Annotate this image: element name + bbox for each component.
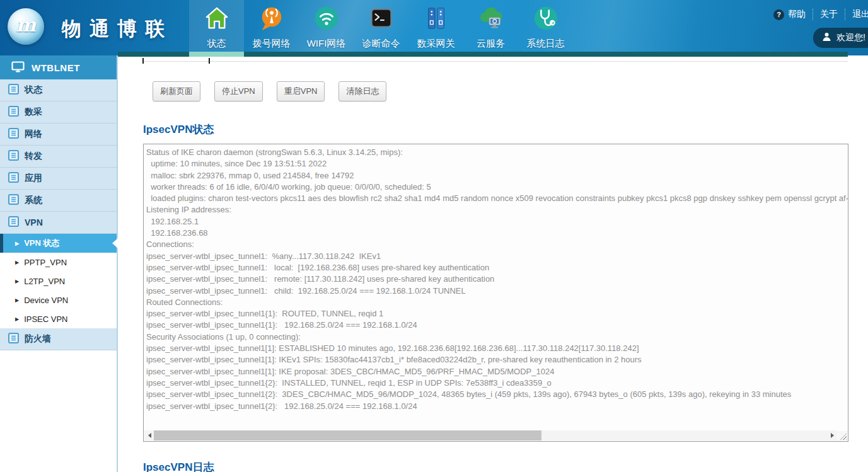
caret-right-icon: ▶ bbox=[15, 316, 19, 322]
sidebar-item-vpn[interactable]: VPN bbox=[0, 212, 117, 234]
nav-item-dialup[interactable]: 拨号网络 bbox=[244, 0, 299, 55]
server-icon bbox=[422, 4, 451, 33]
sidebar-subitem-pptp-vpn[interactable]: ▶ PPTP_VPN bbox=[0, 253, 117, 272]
question-icon: ? bbox=[773, 9, 784, 20]
brand-logo: m bbox=[8, 8, 44, 45]
sidebar-subitem-label: VPN 状态 bbox=[24, 238, 59, 249]
list-icon bbox=[8, 333, 19, 345]
brand-logo-m-icon: m bbox=[16, 14, 36, 40]
sidebar: WTBLNET 状态 数采 网络 转发 应用 系统 VPN ▶ VPN 状态 ▶… bbox=[0, 55, 118, 472]
list-icon bbox=[8, 172, 19, 185]
sidebar-device-header: WTBLNET bbox=[0, 55, 117, 79]
sidebar-item-data-acq[interactable]: 数采 bbox=[0, 101, 117, 124]
brand-title: 物通博联 bbox=[62, 16, 173, 42]
restart-vpn-button[interactable]: 重启VPN bbox=[277, 81, 325, 101]
sidebar-subitem-label: IPSEC VPN bbox=[24, 314, 67, 324]
sidebar-item-application[interactable]: 应用 bbox=[0, 168, 117, 190]
list-icon bbox=[8, 216, 19, 229]
sidebar-subitem-label: Device VPN bbox=[24, 296, 68, 305]
horizontal-scrollbar[interactable] bbox=[144, 430, 837, 440]
wifi-icon bbox=[312, 4, 341, 33]
help-link[interactable]: ? 帮助 bbox=[767, 9, 813, 20]
ipsec-vpn-log-heading: IpsecVPN日志 bbox=[143, 460, 214, 472]
top-nav: 状态 拨号网络 bbox=[189, 0, 573, 55]
help-link-label: 帮助 bbox=[788, 9, 806, 20]
ipsec-status-log-text: Status of IKE charon daemon (strongSwan … bbox=[146, 147, 848, 412]
sidebar-item-label: 数采 bbox=[25, 106, 42, 118]
header: m 物通博联 状态 拨号网络 bbox=[0, 0, 868, 55]
logout-link[interactable]: 退出 bbox=[845, 9, 868, 20]
scrollbar-thumb[interactable] bbox=[154, 430, 541, 440]
caret-right-icon: ▶ bbox=[15, 297, 19, 303]
textarea-resize-handle[interactable] bbox=[838, 431, 847, 440]
caret-right-icon: ▶ bbox=[15, 260, 19, 265]
ipsec-vpn-status-heading: IpsecVPN状态 bbox=[143, 122, 214, 137]
stop-vpn-button[interactable]: 停止VPN bbox=[214, 81, 263, 101]
sidebar-subitem-label: PPTP_VPN bbox=[24, 258, 67, 267]
tab-rule-tick bbox=[142, 58, 144, 64]
sidebar-item-forward[interactable]: 转发 bbox=[0, 146, 117, 168]
sidebar-item-firewall[interactable]: 防火墙 bbox=[0, 328, 117, 350]
nav-item-wifi[interactable]: WIFI网络 bbox=[299, 0, 354, 55]
caret-right-icon: ▶ bbox=[15, 241, 19, 246]
dialup-icon bbox=[257, 4, 286, 33]
header-links: ? 帮助 关于 退出 bbox=[767, 9, 868, 20]
list-icon bbox=[8, 194, 19, 207]
sidebar-item-label: VPN bbox=[25, 217, 43, 227]
refresh-page-button[interactable]: 刷新页面 bbox=[153, 81, 200, 101]
sidebar-subitem-device-vpn[interactable]: ▶ Device VPN bbox=[0, 291, 117, 309]
sidebar-subitem-vpn-status[interactable]: ▶ VPN 状态 bbox=[0, 234, 117, 253]
stethoscope-icon bbox=[531, 4, 560, 33]
list-icon bbox=[8, 106, 19, 118]
list-icon bbox=[8, 150, 19, 163]
sidebar-item-label: 转发 bbox=[25, 151, 42, 162]
main-content: 刷新页面 停止VPN 重启VPN 清除日志 IpsecVPN状态 Status … bbox=[119, 55, 868, 472]
sidebar-item-label: 系统 bbox=[25, 195, 42, 206]
scroll-left-arrow-icon[interactable] bbox=[144, 430, 154, 440]
welcome-text: 欢迎您! bbox=[836, 32, 865, 43]
sidebar-item-label: 应用 bbox=[25, 173, 42, 184]
terminal-icon bbox=[367, 4, 396, 33]
list-icon bbox=[8, 84, 19, 96]
action-button-row: 刷新页面 停止VPN 重启VPN 清除日志 bbox=[153, 81, 386, 101]
nav-item-gateway[interactable]: 数采网关 bbox=[408, 0, 463, 55]
home-icon bbox=[202, 4, 231, 33]
sidebar-item-label: 网络 bbox=[25, 129, 42, 140]
nav-item-cloud[interactable]: 云服务 bbox=[463, 0, 518, 55]
nav-item-syslog[interactable]: 系统日志 bbox=[518, 0, 573, 55]
about-link[interactable]: 关于 bbox=[813, 9, 845, 20]
cloud-icon bbox=[477, 4, 506, 33]
header-bottom-strip bbox=[118, 52, 848, 57]
sidebar-item-system[interactable]: 系统 bbox=[0, 190, 117, 212]
welcome-badge: 欢迎您! bbox=[813, 28, 868, 48]
tab-rule-tick bbox=[209, 58, 210, 64]
sidebar-item-network[interactable]: 网络 bbox=[0, 124, 117, 146]
scroll-right-arrow-icon[interactable] bbox=[827, 430, 837, 440]
sidebar-item-label: 状态 bbox=[25, 84, 42, 96]
tab-rule-line bbox=[142, 61, 848, 62]
nav-item-status[interactable]: 状态 bbox=[189, 0, 244, 55]
ipsec-status-textarea[interactable]: Status of IKE charon daemon (strongSwan … bbox=[143, 144, 848, 442]
list-icon bbox=[8, 128, 19, 141]
user-icon bbox=[822, 32, 831, 43]
active-tab-underline bbox=[189, 52, 244, 57]
about-link-label: 关于 bbox=[820, 9, 838, 20]
monitor-icon bbox=[11, 61, 25, 74]
caret-right-icon: ▶ bbox=[15, 279, 19, 284]
logout-link-label: 退出 bbox=[852, 9, 868, 20]
sidebar-item-label: 防火墙 bbox=[25, 333, 51, 345]
sidebar-device-title: WTBLNET bbox=[32, 62, 80, 73]
sidebar-subitem-label: L2TP_VPN bbox=[24, 277, 65, 286]
sidebar-subitem-ipsec-vpn[interactable]: ▶ IPSEC VPN bbox=[0, 309, 117, 328]
nav-item-diagnostic[interactable]: 诊断命令 bbox=[354, 0, 408, 55]
clear-log-button[interactable]: 清除日志 bbox=[339, 81, 386, 101]
sidebar-subitem-l2tp-vpn[interactable]: ▶ L2TP_VPN bbox=[0, 272, 117, 291]
sidebar-item-status[interactable]: 状态 bbox=[0, 79, 117, 101]
